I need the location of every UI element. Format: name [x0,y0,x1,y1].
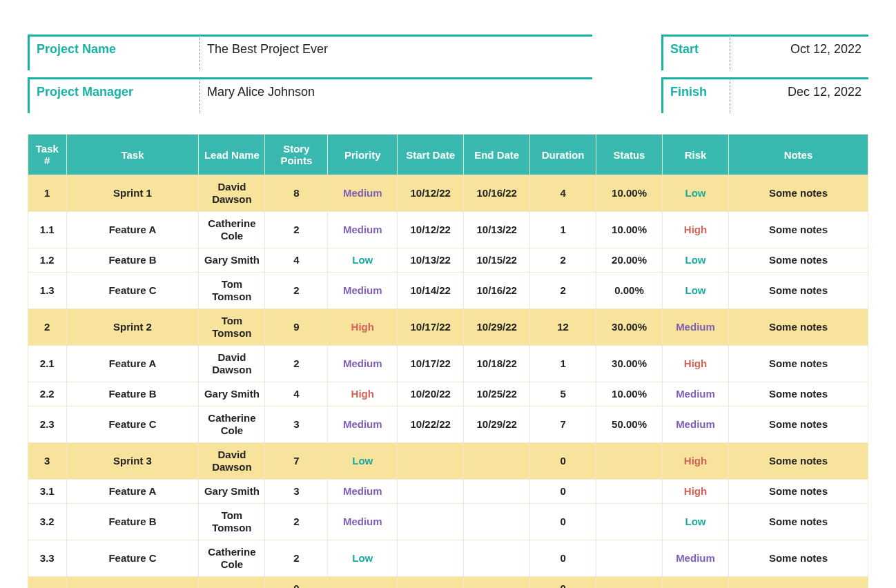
table-row[interactable]: 1.3Feature CTom Tomson2Medium10/14/2210/… [28,273,868,309]
cell-status[interactable]: 10.00% [596,382,663,406]
cell-end[interactable] [464,577,530,589]
cell-end[interactable]: 10/25/22 [464,382,530,406]
cell-lead[interactable]: Tom Tomson [199,273,265,309]
cell-start[interactable] [398,443,464,480]
cell-points[interactable]: 4 [265,382,328,406]
cell-notes[interactable]: Some notes [728,309,868,346]
cell-points[interactable]: 2 [265,212,328,248]
cell-priority[interactable]: Medium [328,273,398,309]
cell-lead[interactable]: Catherine Cole [199,212,265,248]
cell-end[interactable] [464,443,530,480]
start-value[interactable]: Oct 12, 2022 [730,35,868,70]
cell-lead[interactable] [199,577,265,589]
cell-status[interactable] [596,540,663,577]
cell-start[interactable]: 10/12/22 [398,212,464,248]
cell-lead[interactable]: Gary Smith [199,480,265,504]
cell-priority[interactable]: Medium [328,480,398,504]
cell-notes[interactable]: Some notes [728,248,868,273]
table-row[interactable]: 3.3Feature CCatherine Cole2Low0MediumSom… [28,540,868,577]
cell-task-num[interactable]: 2.3 [28,406,67,443]
cell-risk[interactable]: Low [663,175,729,212]
cell-risk[interactable]: High [663,346,729,382]
cell-risk[interactable]: Low [663,504,729,540]
table-row[interactable]: 1.2Feature BGary Smith4Low10/13/2210/15/… [28,248,868,273]
cell-task-num[interactable]: 3.2 [28,504,67,540]
cell-task[interactable]: Feature C [66,540,199,577]
cell-points[interactable]: 4 [265,248,328,273]
cell-risk[interactable]: Medium [663,382,729,406]
cell-task[interactable]: Feature C [66,406,199,443]
cell-end[interactable]: 10/29/22 [464,406,530,443]
cell-task[interactable]: Feature A [66,480,199,504]
cell-duration[interactable]: 5 [530,382,596,406]
cell-points[interactable]: 0 [265,577,328,589]
cell-notes[interactable]: Some notes [728,540,868,577]
cell-risk[interactable]: High [663,443,729,480]
cell-task-num[interactable]: 1.3 [28,273,67,309]
cell-priority[interactable]: Medium [328,346,398,382]
cell-risk[interactable]: Medium [663,406,729,443]
cell-duration[interactable]: 12 [530,309,596,346]
cell-priority[interactable]: Medium [328,212,398,248]
cell-status[interactable] [596,504,663,540]
cell-lead[interactable]: Tom Tomson [199,309,265,346]
cell-task[interactable]: Feature A [66,212,199,248]
cell-lead[interactable]: Gary Smith [199,382,265,406]
cell-duration[interactable]: 0 [530,577,596,589]
cell-task[interactable]: Feature B [66,504,199,540]
cell-status[interactable]: 0.00% [596,273,663,309]
cell-status[interactable] [596,577,663,589]
cell-priority[interactable]: Low [328,248,398,273]
cell-lead[interactable]: Gary Smith [199,248,265,273]
cell-priority[interactable]: High [328,309,398,346]
cell-end[interactable]: 10/29/22 [464,309,530,346]
cell-end[interactable] [464,480,530,504]
cell-status[interactable]: 10.00% [596,212,663,248]
cell-status[interactable] [596,480,663,504]
cell-status[interactable]: 50.00% [596,406,663,443]
cell-status[interactable]: 30.00% [596,346,663,382]
cell-duration[interactable]: 0 [530,480,596,504]
cell-points[interactable]: 2 [265,273,328,309]
cell-start[interactable] [398,504,464,540]
cell-points[interactable]: 3 [265,480,328,504]
cell-duration[interactable]: 2 [530,273,596,309]
cell-lead[interactable]: Tom Tomson [199,504,265,540]
cell-end[interactable]: 10/15/22 [464,248,530,273]
cell-duration[interactable]: 1 [530,212,596,248]
cell-duration[interactable]: 7 [530,406,596,443]
cell-start[interactable] [398,577,464,589]
cell-start[interactable]: 10/20/22 [398,382,464,406]
cell-start[interactable]: 10/13/22 [398,248,464,273]
cell-lead[interactable]: Catherine Cole [199,406,265,443]
cell-points[interactable]: 3 [265,406,328,443]
cell-notes[interactable]: Some notes [728,504,868,540]
cell-points[interactable]: 7 [265,443,328,480]
table-row[interactable]: 3Sprint 3David Dawson7Low0HighSome notes [28,443,868,480]
cell-priority[interactable]: Low [328,540,398,577]
cell-start[interactable]: 10/17/22 [398,346,464,382]
cell-status[interactable] [596,443,663,480]
cell-lead[interactable]: David Dawson [199,175,265,212]
cell-task-num[interactable]: 2.1 [28,346,67,382]
cell-points[interactable]: 2 [265,346,328,382]
cell-lead[interactable]: Catherine Cole [199,540,265,577]
cell-start[interactable] [398,540,464,577]
cell-duration[interactable]: 2 [530,248,596,273]
cell-notes[interactable]: Some notes [728,382,868,406]
cell-start[interactable]: 10/14/22 [398,273,464,309]
cell-start[interactable]: 10/17/22 [398,309,464,346]
cell-notes[interactable]: Some notes [728,406,868,443]
table-row[interactable]: 2.1Feature ADavid Dawson2Medium10/17/221… [28,346,868,382]
cell-status[interactable]: 10.00% [596,175,663,212]
cell-risk[interactable]: High [663,212,729,248]
cell-priority[interactable]: Medium [328,504,398,540]
cell-notes[interactable]: Some notes [728,273,868,309]
cell-notes[interactable]: Some notes [728,212,868,248]
cell-notes[interactable]: Some notes [728,346,868,382]
cell-start[interactable]: 10/12/22 [398,175,464,212]
cell-priority[interactable]: High [328,382,398,406]
cell-task-num[interactable]: 3 [28,443,67,480]
cell-lead[interactable]: David Dawson [199,443,265,480]
cell-duration[interactable]: 1 [530,346,596,382]
